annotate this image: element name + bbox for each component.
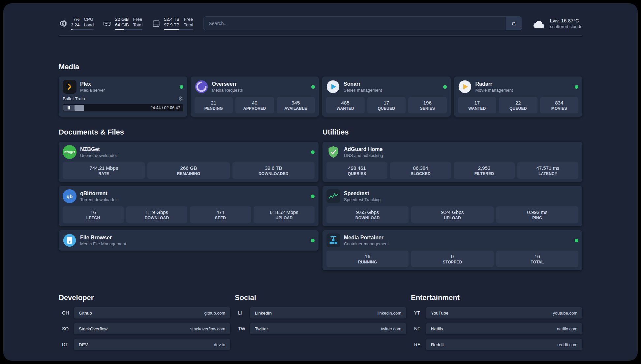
section-title-social: Social [235,293,406,302]
disk-free-value: 52.4 TB [164,16,179,22]
weather-widget[interactable]: Lviv, 16.87°C scattered clouds [532,17,582,29]
search-input[interactable] [203,17,506,30]
stat-tile: 16RUNNING [326,251,409,267]
service-name: Media Portainer [344,234,389,241]
service-card-qbittorrent[interactable]: qb qBittorrent Torrent downloader 16LEEC… [59,186,319,226]
stat-tile: 39.6 TBDOWNLOADED [232,162,315,179]
pause-button[interactable] [63,105,75,111]
service-name: Speedtest [344,190,381,197]
bookmark-dev[interactable]: DT DEVdev.to [59,339,230,350]
cpu-load-label: Load [84,22,94,28]
stat-tile: 618.52 MbpsUPLOAD [254,206,315,223]
disk-metric: 52.4 TB Free 97.9 TB Total [152,16,193,30]
bookmark-url: github.com [204,311,225,316]
section-media: Media Plex Media server [59,63,582,117]
filebrowser-icon [63,233,76,247]
service-card-nzbget[interactable]: nzbget NZBGet Usenet downloader 744.21 M… [59,142,319,182]
service-card-plex[interactable]: Plex Media server Bullet Train ⚙ [59,76,187,117]
system-metrics: 7% CPU 3.24 Load [59,16,193,30]
gear-icon[interactable]: ⚙ [178,96,183,102]
service-name: NZBGet [80,146,117,153]
disk-total-value: 97.9 TB [164,22,179,28]
service-card-sonarr[interactable]: Sonarr Series management 485WANTED 17QUE… [322,76,451,117]
player-time: 24:44 / 02:06:47 [148,106,182,110]
service-name: Radarr [475,81,513,87]
adguard-icon [326,145,340,159]
stat-tile: 0STOPPED [411,251,493,267]
bookmark-name: YouTube [431,311,448,316]
service-card-radarr[interactable]: Radarr Movie management 17WANTED 22QUEUE… [454,76,583,117]
sonarr-icon [326,80,340,94]
stat-tile: 196SERIES [408,97,447,113]
section-title-utilities: Utilities [322,128,582,136]
cpu-progress-bar [71,29,94,30]
bookmark-name: Netflix [431,326,443,331]
bookmark-abbr: GH [59,310,74,316]
bookmark-abbr: YT [411,310,426,316]
weather-condition: scattered clouds [550,24,582,29]
section-title-developer: Developer [59,293,230,302]
status-dot [180,85,183,89]
bookmark-url: youtube.com [553,311,577,316]
bookmark-url: netflix.com [557,326,577,331]
bookmark-name: Reddit [431,342,444,347]
service-name: File Browser [80,234,126,241]
bookmark-abbr: SO [59,326,74,331]
bookmark-abbr: DT [59,342,74,347]
section-title-entertainment: Entertainment [411,293,582,302]
player-progress-strip: 24:44 / 02:06:47 [63,104,183,111]
cpu-load-value: 3.24 [71,22,79,28]
section-title-documents: Documents & Files [59,128,319,136]
memory-icon [103,19,112,28]
dashboard-content: 7% CPU 3.24 Load [3,3,638,350]
service-subtitle: Media File Management [80,241,126,247]
section-documents: Documents & Files nzbget NZBGet Usenet d… [59,128,319,251]
status-dot [311,85,315,89]
bookmark-abbr: RE [411,342,426,347]
cpu-usage-value: 7% [71,16,79,22]
bookmark-linkedin[interactable]: LI LinkedInlinkedin.com [235,307,406,318]
disk-total-label: Total [184,22,193,28]
memory-progress-bar [115,29,142,30]
bookmark-netflix[interactable]: NF Netflixnetflix.com [411,323,582,334]
bookmark-abbr: LI [235,310,250,316]
bookmark-reddit[interactable]: RE Redditreddit.com [411,339,582,350]
service-card-adguard[interactable]: AdGuard Home DNS and adblocking 498,461Q… [322,142,582,182]
memory-free-value: 22 GiB [115,16,129,22]
memory-total-value: 64 GiB [115,22,129,28]
cpu-usage-label: CPU [84,16,94,22]
cpu-metric: 7% CPU 3.24 Load [59,16,94,30]
player-seek-bar[interactable] [75,105,148,111]
service-card-overseerr[interactable]: Overseerr Media Requests 21PENDING 40APP… [191,76,319,117]
stat-tile: 471SEED [190,206,251,223]
service-subtitle: Movie management [475,87,513,93]
bookmark-youtube[interactable]: YT YouTubeyoutube.com [411,307,582,318]
speedtest-icon [326,189,340,203]
topbar-divider [59,36,582,36]
service-subtitle: Speedtest Tracking [344,197,381,202]
stat-tile: 17QUEUED [367,97,406,113]
plex-icon [63,80,76,94]
stat-tile: 9.24 GbpsUPLOAD [411,206,493,223]
service-card-speedtest[interactable]: Speedtest Speedtest Tracking 9.65 GbpsDO… [322,186,582,226]
service-name: Plex [80,81,105,87]
bookmark-twitter[interactable]: TW Twittertwitter.com [235,323,406,334]
bookmark-stackoverflow[interactable]: SO StackOverflowstackoverflow.com [59,323,230,334]
stat-tile: 86,384BLOCKED [390,162,451,179]
memory-total-label: Total [133,22,143,28]
disk-icon [152,19,161,28]
status-dot [443,85,447,89]
service-card-filebrowser[interactable]: File Browser Media File Management [59,230,319,251]
service-card-portainer[interactable]: Media Portainer Container management 16R… [322,230,582,270]
service-subtitle: Container management [344,241,389,247]
stat-tile: 834MOVIES [540,97,579,113]
stat-tile: 47.571 msLATENCY [517,162,578,179]
section-title-media: Media [59,63,582,71]
search-provider-button[interactable]: G [506,17,522,30]
bookmark-name: LinkedIn [255,311,272,316]
bookmark-url: twitter.com [381,326,401,331]
bookmark-github[interactable]: GH Githubgithub.com [59,307,230,318]
top-bar: 7% CPU 3.24 Load [59,16,582,30]
portainer-icon [326,233,340,247]
service-subtitle: Media Requests [212,87,243,93]
